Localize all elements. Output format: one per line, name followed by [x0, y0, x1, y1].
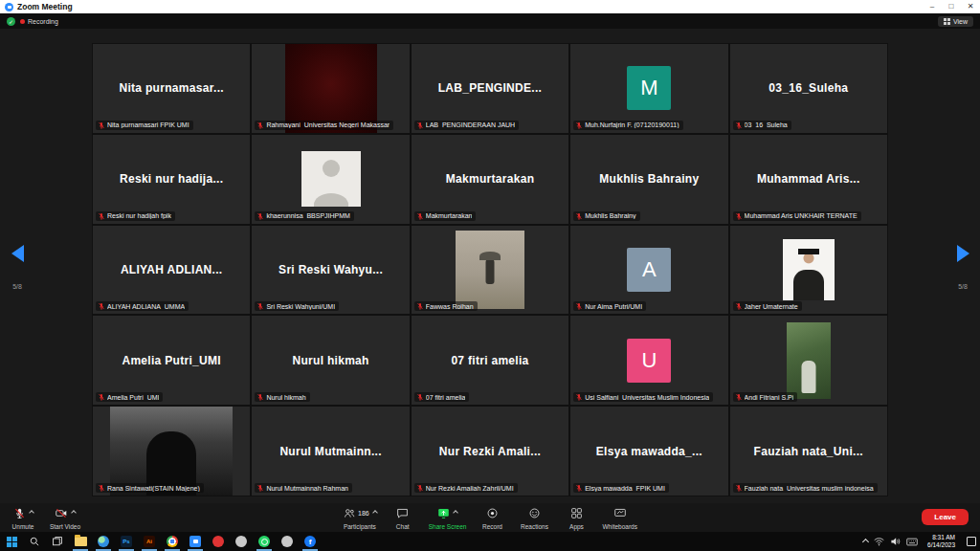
next-page-button[interactable]	[957, 245, 969, 262]
zoom-taskbar-icon[interactable]	[184, 532, 207, 551]
participant-display-name: Sri Reski Wahyu...	[273, 263, 389, 276]
participant-tile[interactable]: 03_16_Suleha03_16_Suleha	[730, 44, 887, 133]
participant-tile[interactable]: Fauziah nata_Uni...Fauziah nata_Universi…	[730, 407, 887, 496]
unmute-button[interactable]: Unmute	[2, 503, 44, 532]
participant-tile[interactable]: 07 fitri amelia07 fitri amelia	[412, 316, 568, 405]
participant-name-label: Rana Sintawati(STAIN Majene)	[96, 483, 204, 493]
apps-label: Apps	[569, 523, 584, 530]
participant-display-name: Makmurtarakan	[440, 172, 541, 186]
apps-button[interactable]: Apps	[555, 503, 597, 532]
participant-tile[interactable]: Rahmayani_Universitas Negeri Makassar	[252, 44, 409, 133]
messenger-icon[interactable]	[230, 532, 253, 551]
muted-mic-icon	[416, 393, 424, 401]
whatsapp-icon[interactable]	[253, 532, 276, 551]
participant-name-label: ALIYAH ADLIANA_UMMA	[96, 301, 189, 311]
participant-tile[interactable]: Nur Rezki Amali...Nur Rezki Amaliah Zahr…	[412, 407, 568, 496]
participant-tile[interactable]: Fawwas Roihan	[412, 226, 568, 315]
maximize-button[interactable]: □	[942, 0, 961, 13]
participant-tile[interactable]: Muhammad Aris...Muhammad Aris UNKHAIR TE…	[730, 135, 887, 224]
start-button[interactable]	[0, 532, 23, 551]
participant-tile[interactable]: Sri Reski Wahyu...Sri Reski Wahyuni/UMI	[252, 226, 409, 315]
reactions-button[interactable]: Reactions	[513, 503, 555, 532]
leave-button[interactable]: Leave	[922, 509, 969, 525]
edge-icon[interactable]	[92, 532, 115, 551]
chat-icon	[396, 507, 409, 519]
participant-tile[interactable]: ANur Aima Putri/UMI	[570, 226, 727, 315]
encryption-shield-icon[interactable]: ✓	[7, 17, 15, 26]
facebook-icon[interactable]: f	[299, 532, 322, 551]
task-view-button[interactable]	[46, 532, 69, 551]
red-app-logo-icon	[212, 536, 224, 547]
whiteboards-button[interactable]: Whiteboards	[597, 503, 642, 532]
camera-app-icon[interactable]	[276, 532, 299, 551]
participant-display-name: Nur Rezki Amali...	[434, 445, 546, 458]
minimize-button[interactable]: –	[923, 0, 942, 13]
participant-display-name: LAB_PENGINDE...	[433, 81, 548, 95]
action-center-icon[interactable]	[967, 537, 976, 546]
chevron-up-icon[interactable]	[71, 510, 77, 516]
participant-name-label: 03_16_Suleha	[733, 121, 791, 130]
chat-button[interactable]: Chat	[382, 503, 424, 532]
participant-display-name: Mukhlis Bahrainy	[593, 172, 704, 186]
muted-mic-icon	[575, 302, 583, 310]
participant-tile[interactable]: UUsi Salfiani_Universitas Muslim Indones…	[570, 316, 727, 405]
chevron-up-icon[interactable]	[372, 510, 378, 516]
photoshop-icon[interactable]: Ps	[115, 532, 138, 551]
participant-name-label: Usi Salfiani_Universitas Muslim Indonesi…	[573, 392, 713, 402]
chevron-up-icon[interactable]	[453, 510, 458, 516]
window-title: Zoom Meeting	[17, 2, 73, 11]
participant-tile[interactable]: Nurul hikmahNurul hikmah	[252, 316, 409, 405]
share-screen-button[interactable]: Share Screen	[424, 503, 472, 532]
zoom-app-icon	[5, 3, 13, 11]
participant-video-thumbnail	[285, 44, 377, 133]
participant-tile[interactable]: Jaher Umaternate	[730, 226, 887, 315]
participant-tile[interactable]: Amelia Putri_UMIAmelia Putri_UMI	[93, 316, 250, 405]
participant-tile[interactable]: Nita purnamasar...Nita purnamasari FPIK …	[93, 44, 250, 133]
view-button[interactable]: View	[938, 16, 973, 27]
participant-tile[interactable]: MMuh.Nurfajrin F. (07120190011)	[570, 44, 727, 133]
windows-logo-icon	[7, 537, 17, 547]
file-explorer-icon[interactable]	[69, 532, 92, 551]
apps-icon	[570, 507, 583, 519]
recording-indicator[interactable]: Recording	[20, 18, 58, 25]
close-button[interactable]: ✕	[961, 0, 980, 13]
hidden-icons-chevron[interactable]	[862, 538, 869, 544]
participant-name-label: Makmurtarakan	[414, 211, 477, 221]
video-stage: 5/8 Nita purnamasar...Nita purnamasari F…	[0, 29, 980, 503]
participant-tile[interactable]: Reski nur hadija...Reski nur hadijah fpi…	[93, 135, 250, 224]
participant-tile[interactable]: Elsya mawadda_...Elsya mawadda_FPIK UMI	[570, 407, 727, 496]
participants-icon	[343, 507, 356, 519]
zoom-camera-icon	[189, 536, 201, 547]
participant-tile[interactable]: ALIYAH ADLIAN...ALIYAH ADLIANA_UMMA	[93, 226, 250, 315]
participant-tile[interactable]: Nurul Mutmainn...Nurul Mutmainnah Rahman	[252, 407, 409, 496]
record-button[interactable]: Record	[471, 503, 513, 532]
participant-tile[interactable]: LAB_PENGINDE...LAB_PENGINDERAAN JAUH	[412, 44, 568, 133]
participant-tile[interactable]: khaerunnisa_BBSPJIHPMM	[252, 135, 409, 224]
participant-tile[interactable]: Rana Sintawati(STAIN Majene)	[93, 407, 250, 496]
gallery-view-icon	[944, 18, 950, 25]
search-button[interactable]	[23, 532, 46, 551]
participant-tile[interactable]: Andi Fitriani S.Pi	[730, 316, 887, 405]
illustrator-logo-icon: Ai	[144, 536, 155, 547]
muted-mic-icon	[256, 212, 264, 220]
record-icon	[486, 507, 499, 519]
muted-mic-icon	[735, 302, 743, 310]
illustrator-icon[interactable]: Ai	[138, 532, 161, 551]
participants-button[interactable]: 186 Participants	[338, 503, 382, 532]
chrome-icon[interactable]	[161, 532, 184, 551]
participant-tile[interactable]: Mukhlis BahrainyMukhlis Bahrainy	[570, 135, 727, 224]
taskbar-time: 8:31 AM	[932, 534, 955, 541]
participant-tile[interactable]: MakmurtarakanMakmurtarakan	[412, 135, 568, 224]
chevron-up-icon[interactable]	[29, 510, 34, 516]
unmute-label: Unmute	[12, 523, 34, 530]
volume-icon[interactable]	[890, 537, 901, 546]
muted-mic-icon	[416, 302, 424, 310]
prev-page-button[interactable]	[11, 245, 24, 262]
start-video-button[interactable]: Start Video	[44, 503, 86, 532]
red-app-icon[interactable]	[207, 532, 230, 551]
participant-name-label: Fauziah nata_Universitas muslim indoneis…	[733, 483, 878, 493]
taskbar-clock[interactable]: 8:31 AM 6/14/2023	[924, 534, 959, 549]
touch-keyboard-icon[interactable]	[906, 538, 918, 546]
taskbar-date: 6/14/2023	[927, 541, 955, 549]
network-icon[interactable]	[874, 537, 884, 546]
